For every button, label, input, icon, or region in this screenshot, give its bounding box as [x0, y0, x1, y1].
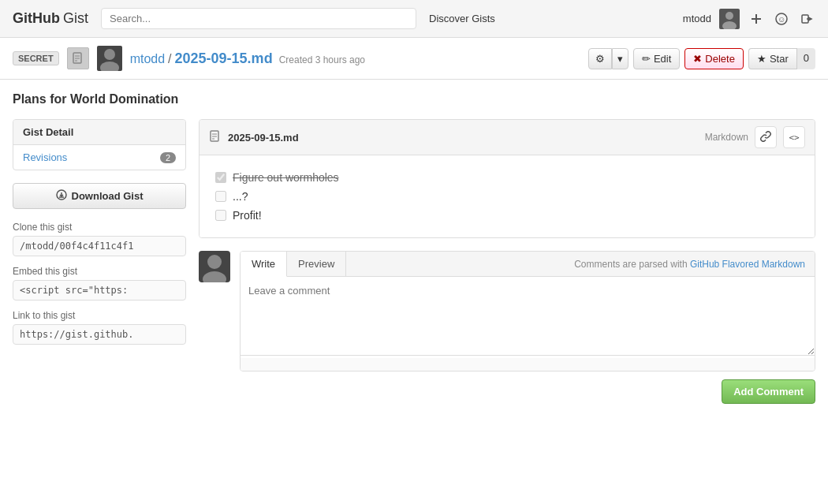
gist-owner-link[interactable]: mtodd: [130, 52, 165, 66]
checklist-checkbox-2[interactable]: [215, 191, 226, 202]
code-icon: <>: [789, 133, 799, 143]
embed-label: Embed this gist: [13, 266, 186, 277]
discover-gists-link[interactable]: Discover Gists: [429, 13, 495, 24]
download-gist-button[interactable]: Download Gist: [13, 183, 186, 209]
revisions-label: Revisions: [23, 151, 67, 163]
star-icon: ★: [757, 53, 766, 65]
checklist-checkbox-1[interactable]: [215, 172, 226, 183]
svg-point-20: [207, 255, 222, 269]
file-doc-icon: [209, 130, 222, 145]
page-title: Plans for World Domination: [13, 92, 815, 106]
gist-created: Created 3 hours ago: [279, 54, 365, 65]
gist-actions: ⚙ ▾ ✏ Edit ✖ Delete ★ Star 0: [588, 48, 815, 69]
owner-avatar[interactable]: [97, 46, 122, 71]
content-layout: Gist Detail Revisions 2 Download Gist Cl…: [13, 119, 815, 404]
file-header-left: 2025-09-15.md: [209, 130, 299, 145]
header-right: mtodd ☺: [683, 9, 815, 29]
tab-preview[interactable]: Preview: [287, 252, 346, 276]
comment-submit-area: Add Comment: [199, 379, 815, 404]
link-input[interactable]: [13, 324, 186, 345]
svg-point-0: [725, 12, 733, 20]
revisions-link[interactable]: Revisions 2: [13, 145, 185, 170]
tab-write[interactable]: Write: [241, 252, 287, 277]
download-gist-label: Download Gist: [72, 190, 144, 202]
svg-text:☺: ☺: [778, 15, 785, 24]
secret-badge: SECRET: [13, 51, 59, 65]
svg-point-12: [104, 49, 115, 60]
gist-title-area: mtodd / 2025-09-15.md Created 3 hours ag…: [130, 50, 365, 67]
delete-button[interactable]: ✖ Delete: [684, 48, 744, 69]
page-content: Plans for World Domination Gist Detail R…: [0, 80, 828, 416]
add-comment-button[interactable]: Add Comment: [722, 379, 815, 404]
link-label: Link to this gist: [13, 310, 186, 321]
checklist: Figure out wormholes ...? Profit!: [215, 168, 799, 225]
file-name: 2025-09-15.md: [228, 132, 299, 144]
file-raw-button[interactable]: <>: [783, 126, 805, 148]
file-header: 2025-09-15.md Markdown <>: [200, 120, 815, 155]
revisions-badge: 2: [160, 152, 176, 163]
embed-section: Embed this gist: [13, 266, 186, 301]
logo-gist: Gist: [63, 10, 88, 27]
header: GitHub Gist Discover Gists mtodd ☺: [0, 0, 828, 38]
file-body: Figure out wormholes ...? Profit!: [200, 155, 815, 237]
list-item: Profit!: [215, 206, 799, 225]
comment-footer: [241, 358, 815, 371]
settings-button-group: ⚙ ▾: [588, 48, 628, 69]
username-label: mtodd: [683, 13, 711, 24]
comment-tabs: Write Preview Comments are parsed with G…: [241, 252, 815, 277]
main-content: 2025-09-15.md Markdown <>: [199, 119, 815, 404]
svg-point-13: [100, 62, 119, 71]
embed-input[interactable]: [13, 280, 186, 301]
file-type-badge: Markdown: [705, 132, 748, 143]
logo: GitHub Gist: [13, 10, 88, 27]
gist-bar: SECRET mtodd / 2025-09-15.md Created 3 h…: [0, 38, 828, 80]
caret-down-icon: ▾: [617, 53, 623, 65]
star-count: 0: [796, 48, 815, 69]
user-avatar-icon[interactable]: [719, 9, 740, 29]
link-icon: [760, 131, 771, 144]
download-icon: [56, 189, 67, 203]
gist-type-icon: [67, 47, 89, 69]
file-box: 2025-09-15.md Markdown <>: [199, 119, 815, 238]
gist-filename-link[interactable]: 2025-09-15.md: [175, 50, 273, 67]
clone-section: Clone this gist: [13, 222, 186, 256]
signout-icon[interactable]: [798, 10, 815, 28]
commenter-avatar: [199, 251, 230, 282]
add-gist-icon[interactable]: [748, 10, 765, 28]
comment-box: Write Preview Comments are parsed with G…: [240, 251, 815, 371]
logo-github: GitHub: [13, 10, 60, 27]
svg-point-21: [203, 271, 226, 282]
checklist-item-3: Profit!: [233, 209, 262, 222]
gfm-link[interactable]: GitHub Flavored Markdown: [690, 259, 805, 270]
gist-detail-panel: Gist Detail Revisions 2: [13, 119, 186, 170]
sidebar-panel-header: Gist Detail: [13, 120, 185, 145]
comment-area: Write Preview Comments are parsed with G…: [199, 251, 815, 371]
comment-tab-info: Comments are parsed with GitHub Flavored…: [565, 252, 815, 276]
settings-dropdown-button[interactable]: ▾: [612, 48, 628, 69]
comment-textarea[interactable]: [241, 277, 815, 356]
edit-button[interactable]: ✏ Edit: [633, 48, 680, 69]
link-section: Link to this gist: [13, 310, 186, 345]
gist-slash: /: [168, 52, 171, 66]
star-button[interactable]: ★ Star: [748, 48, 796, 69]
star-button-group: ★ Star 0: [748, 48, 815, 69]
delete-icon: ✖: [693, 53, 702, 65]
notifications-icon[interactable]: ☺: [773, 10, 790, 28]
svg-point-1: [722, 21, 737, 29]
file-header-right: Markdown <>: [705, 126, 805, 148]
list-item: Figure out wormholes: [215, 168, 799, 187]
gear-icon: ⚙: [595, 53, 605, 65]
search-input[interactable]: [101, 8, 416, 29]
clone-input[interactable]: [13, 236, 186, 256]
file-link-button[interactable]: [755, 126, 777, 148]
list-item: ...?: [215, 187, 799, 206]
settings-button[interactable]: ⚙: [588, 48, 612, 69]
svg-rect-3: [752, 18, 761, 20]
clone-label: Clone this gist: [13, 222, 186, 233]
checklist-item-2: ...?: [233, 190, 248, 203]
checklist-checkbox-3[interactable]: [215, 210, 226, 221]
checklist-item-1: Figure out wormholes: [233, 171, 339, 184]
sidebar: Gist Detail Revisions 2 Download Gist Cl…: [13, 119, 186, 404]
edit-icon: ✏: [642, 53, 651, 65]
